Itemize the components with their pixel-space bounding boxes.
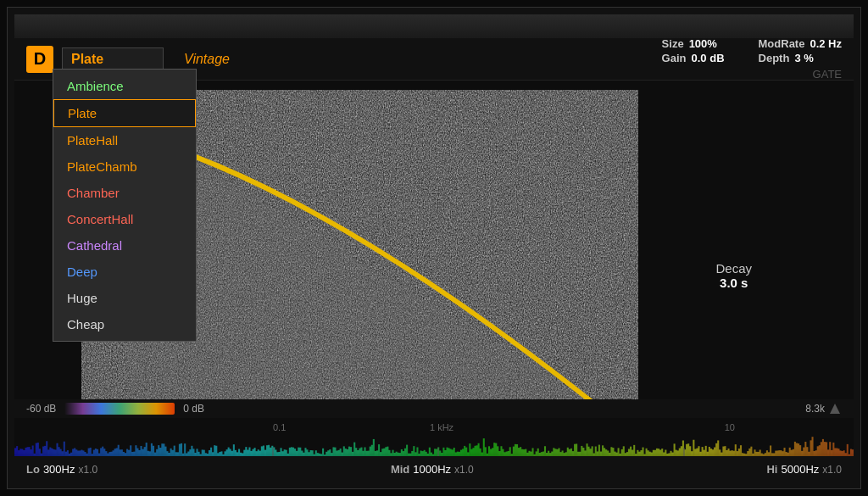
svg-marker-0 [128,120,592,428]
plugin-window: D Plate Vintage Size 100% Gain 0.0 dB [7,7,861,489]
main-area: D Plate Vintage Size 100% Gain 0.0 dB [14,38,854,482]
gate-label: GATE [759,68,842,81]
db-left-label: -60 dB [26,403,56,415]
mid-label: Mid [391,463,409,476]
tick-01: 0.1 [273,422,286,432]
lo-mult: x1.0 [78,464,97,476]
mid-freq-val: 1000Hz [413,463,451,476]
dropdown-item-concerthall[interactable]: ConcertHall [53,206,196,232]
gain-line: Gain 0.0 dB [662,52,725,64]
modrate-value: 0.2 Hz [810,37,842,50]
size-label: Size [662,37,684,50]
size-value: 100% [689,37,717,50]
dropdown-item-ambience[interactable]: Ambience [53,73,196,99]
hi-mult: x1.0 [822,464,842,476]
size-gain-group: Size 100% Gain 0.0 dB [662,37,725,81]
tick-10: 10 [725,422,735,432]
dropdown-item-plate[interactable]: Plate [53,99,196,127]
hi-label: Hi [766,463,777,476]
mid-mult: x1.0 [454,464,474,476]
top-bar [14,14,854,38]
lo-freq: Lo 300Hz x1.0 [26,463,97,476]
preset-selector[interactable]: Plate [62,47,164,71]
tick-1k: 1 kHz [430,422,453,432]
band-knob-label: 8.3k [805,403,825,415]
gain-label: Gain [662,52,687,64]
modrate-label: ModRate [759,37,805,50]
decay-label: Decay 3.0 s [715,261,752,290]
modrate-depth-group: ModRate 0.2 Hz Depth 3 % GATE [759,37,842,81]
db-right-label: 0 dB [183,403,204,415]
freq-axis: Lo 300Hz x1.0 Mid 1000Hz x1.0 Hi 5000Hz … [14,456,854,482]
dropdown-item-deep[interactable]: Deep [53,259,196,285]
freq-gradient [64,403,175,415]
logo: D [26,46,53,73]
dropdown-item-platechamb[interactable]: PlateChamb [53,153,196,180]
depth-line: Depth 3 % [759,52,842,64]
dropdown-item-cathedral[interactable]: Cathedral [53,232,196,259]
svg-marker-1 [830,404,840,414]
dropdown-item-platehall[interactable]: PlateHall [53,127,196,153]
preset-area: Plate Vintage [62,47,230,71]
dropdown-item-chamber[interactable]: Chamber [53,180,196,206]
dropdown-item-huge[interactable]: Huge [53,285,196,311]
gain-value: 0.0 dB [692,52,725,64]
decay-value: 3.0 s [720,276,748,290]
mid-freq: Mid 1000Hz x1.0 [391,463,474,476]
band-knob-icon[interactable] [828,402,842,415]
depth-value: 3 % [794,52,813,64]
dropdown-item-cheap[interactable]: Cheap [53,311,196,337]
freq-axis-labels: Lo 300Hz x1.0 Mid 1000Hz x1.0 Hi 5000Hz … [26,463,842,476]
lo-freq-val: 300Hz [43,463,75,476]
hi-freq: Hi 5000Hz x1.0 [766,463,842,476]
size-line: Size 100% [662,37,725,50]
modrate-line: ModRate 0.2 Hz [759,37,842,50]
hi-freq-val: 5000Hz [781,463,819,476]
preset-mode: Vintage [184,52,230,67]
depth-label: Depth [759,52,790,64]
dropdown-menu[interactable]: AmbiencePlatePlateHallPlateChambChamberC… [53,69,197,342]
freq-bar: -60 dB 0 dB 8.3k [14,399,854,418]
params-area: Size 100% Gain 0.0 dB ModRate 0.2 Hz Dep… [662,37,842,81]
lo-label: Lo [26,463,40,476]
